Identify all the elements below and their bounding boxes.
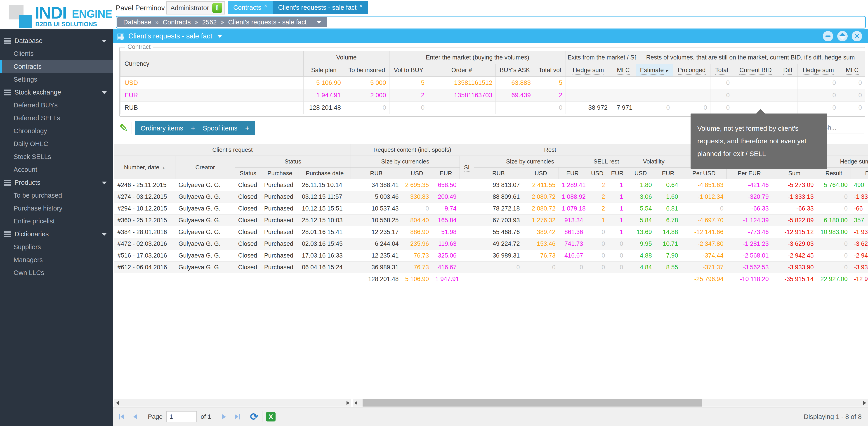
- tab-spoof-items[interactable]: Spoof items: [203, 125, 237, 132]
- sidebar-item-dictionaries[interactable]: Dictionaries: [0, 228, 113, 241]
- pane-divider[interactable]: [352, 144, 352, 399]
- close-panel-button[interactable]: ✕: [852, 31, 862, 41]
- table-row[interactable]: #472 - 02.03.2016Gulyaeva G. G.ClosedPur…: [114, 238, 868, 250]
- table-row[interactable]: #294 - 10.12.2015Gulyaeva G. G.ClosedPur…: [114, 203, 868, 215]
- contract-col-total[interactable]: Total: [710, 64, 733, 77]
- breadcrumb-caret-icon[interactable]: [316, 21, 321, 24]
- column-header-usd[interactable]: USD: [523, 168, 559, 179]
- contract-col-prolonged[interactable]: Prolonged: [673, 64, 710, 77]
- column-header-number-date[interactable]: Number, date▲: [114, 156, 176, 179]
- contract-col-hedge-sum[interactable]: Hedge sum: [566, 64, 611, 77]
- column-header-usd[interactable]: USD: [402, 168, 432, 179]
- column-header-status[interactable]: Status: [235, 168, 261, 179]
- tab-contracts[interactable]: Contracts×: [228, 1, 273, 14]
- breadcrumb-item[interactable]: Database: [123, 19, 151, 26]
- role-selector[interactable]: Administrator ⇩: [166, 1, 225, 14]
- column-header-si[interactable]: SI: [460, 156, 474, 179]
- column-header-purchase[interactable]: Purchase: [261, 168, 299, 179]
- breadcrumb[interactable]: Database»Contracts»2562»Client's request…: [117, 17, 327, 27]
- add-items-button[interactable]: +: [191, 124, 195, 132]
- chevron-down-icon[interactable]: [102, 91, 107, 94]
- minimize-button[interactable]: [823, 31, 833, 41]
- chevron-down-icon[interactable]: [102, 40, 107, 42]
- chevron-down-icon[interactable]: [102, 182, 107, 184]
- breadcrumb-item[interactable]: Contracts: [163, 19, 191, 26]
- column-header-eur[interactable]: EUR: [432, 168, 460, 179]
- contract-col-hedge-sum[interactable]: Hedge sum: [798, 64, 839, 77]
- contract-col-mlc[interactable]: MLC: [611, 64, 636, 77]
- sidebar-item-to-be-purchased[interactable]: To be purchased: [0, 189, 113, 202]
- scroll-left-icon[interactable]: [116, 401, 119, 405]
- column-header-usd[interactable]: USD: [586, 168, 608, 179]
- column-header-per-usd[interactable]: Per USD: [681, 168, 727, 179]
- contract-row-eur[interactable]: EUR1 947.912 00021358116370369.4392000: [121, 89, 865, 101]
- contract-col-sale-plan[interactable]: Sale plan: [304, 64, 344, 77]
- left-pane-scrollbar[interactable]: [114, 399, 351, 406]
- tab-close-icon[interactable]: ×: [264, 3, 267, 9]
- sidebar-item-clients[interactable]: Clients: [0, 47, 113, 60]
- column-header-status[interactable]: Status: [235, 156, 351, 168]
- breadcrumb-item[interactable]: Client's requests - sale fact: [228, 19, 307, 26]
- table-row[interactable]: #612 - 06.04.2016Gulyaeva G. G.ClosedPur…: [114, 262, 868, 273]
- column-header-result[interactable]: Result: [817, 168, 851, 179]
- sidebar-item-account[interactable]: Account: [0, 163, 113, 176]
- column-header-sell-rest[interactable]: SELL rest: [586, 156, 626, 168]
- table-row[interactable]: #274 - 03.12.2015Gulyaeva G. G.ClosedPur…: [114, 191, 868, 203]
- edit-pencil-icon[interactable]: ✎: [119, 123, 130, 133]
- contract-col-buy-s-ask[interactable]: BUY's ASK: [496, 64, 534, 77]
- contract-row-rub[interactable]: RUB128 201.4800038 9727 97100000: [121, 101, 865, 114]
- tab-close-icon[interactable]: ×: [359, 3, 362, 9]
- prev-page-button[interactable]: [130, 412, 140, 422]
- scroll-right-icon[interactable]: [346, 401, 349, 405]
- sidebar-item-daily-ohlc[interactable]: Daily OHLC: [0, 138, 113, 150]
- page-number-input[interactable]: [166, 411, 197, 422]
- column-header-creator[interactable]: Creator: [176, 156, 235, 179]
- column-header-delta[interactable]: Delta: [851, 168, 868, 179]
- column-header-eur[interactable]: EUR: [608, 168, 626, 179]
- contract-col-vol-to-buy[interactable]: Vol to BUY: [390, 64, 428, 77]
- sidebar-item-deferred-buys[interactable]: Deferred BUYs: [0, 99, 113, 112]
- column-header-usd[interactable]: USD: [626, 168, 655, 179]
- sidebar-item-stock-exchange[interactable]: Stock exchange: [0, 86, 113, 99]
- column-header-size-by-currencies[interactable]: Size by currencies: [474, 156, 586, 168]
- table-row[interactable]: #516 - 17.03.2016Gulyaeva G. G.ClosedPur…: [114, 250, 868, 262]
- contract-col-current-bid[interactable]: Current BID: [733, 64, 778, 77]
- sidebar-item-deferred-sells[interactable]: Deferred SELLs: [0, 112, 113, 125]
- add-items-button[interactable]: +: [245, 124, 249, 132]
- column-header-rub[interactable]: RUB: [351, 168, 402, 179]
- tab-ordinary-items[interactable]: Ordinary items: [141, 125, 183, 132]
- sidebar-item-products[interactable]: Products: [0, 176, 113, 189]
- scroll-left-icon[interactable]: [354, 401, 358, 405]
- next-page-button[interactable]: [219, 412, 229, 422]
- popout-button[interactable]: [837, 31, 848, 41]
- refresh-button[interactable]: ⟳: [250, 412, 258, 422]
- chevron-down-icon[interactable]: [102, 233, 107, 236]
- contract-col-currency[interactable]: Currency: [121, 51, 304, 77]
- column-header-size-by-currencies[interactable]: Size by currencies: [351, 156, 460, 168]
- column-header-eur[interactable]: EUR: [655, 168, 681, 179]
- sidebar-item-stock-sells[interactable]: Stock SELLs: [0, 150, 113, 163]
- column-header-per-eur[interactable]: Per EUR: [727, 168, 772, 179]
- contract-row-usd[interactable]: USD5 106.905 00051358116151263.8835000: [121, 77, 865, 89]
- table-row[interactable]: #360 - 25.12.2015Gulyaeva G. G.ClosedPur…: [114, 215, 868, 226]
- contract-col-estimate[interactable]: Estimate➤: [636, 64, 673, 77]
- table-row[interactable]: #384 - 28.01.2016Gulyaeva G. G.ClosedPur…: [114, 226, 868, 238]
- column-header-rub[interactable]: RUB: [474, 168, 523, 179]
- tab-client-s-requests-sale-fact[interactable]: Client's requests - sale fact×: [273, 1, 368, 14]
- column-header-eur[interactable]: EUR: [559, 168, 586, 179]
- sidebar-item-purchase-history[interactable]: Purchase history: [0, 202, 113, 215]
- sidebar-item-entire-pricelist[interactable]: Entire pricelist: [0, 215, 113, 228]
- column-header-sum[interactable]: Sum: [772, 168, 817, 179]
- contract-col-order-[interactable]: Order #: [428, 64, 496, 77]
- contract-col-total-vol[interactable]: Total vol: [534, 64, 566, 77]
- sidebar-item-suppliers[interactable]: Suppliers: [0, 241, 113, 253]
- column-header-purchase-date[interactable]: Purchase date: [299, 168, 351, 179]
- sidebar-item-database[interactable]: Database: [0, 34, 113, 47]
- sidebar-item-chronology[interactable]: Chronology: [0, 125, 113, 138]
- first-page-button[interactable]: [117, 412, 127, 422]
- sidebar-item-own-llcs[interactable]: Own LLCs: [0, 266, 113, 279]
- sidebar-item-managers[interactable]: Managers: [0, 253, 113, 266]
- last-page-button[interactable]: [232, 412, 242, 422]
- panel-caret-icon[interactable]: [217, 35, 222, 38]
- breadcrumb-item[interactable]: 2562: [202, 19, 217, 26]
